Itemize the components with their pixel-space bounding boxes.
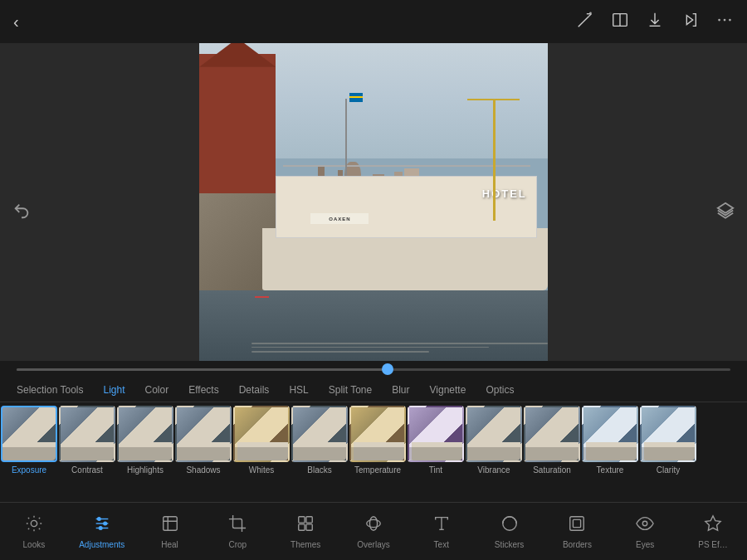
- filter-thumb-clarity: [640, 406, 696, 462]
- filter-strip: ExposureContrastHighlightsShadowsWhitesB…: [0, 402, 747, 502]
- bottom-tool-label-themes: Themes: [290, 540, 320, 549]
- filter-item-tint[interactable]: Tint: [407, 406, 465, 475]
- filter-thumb-temperature: [349, 406, 406, 462]
- bottom-tool-label-eyes: Eyes: [636, 540, 654, 549]
- svg-line-0: [579, 16, 589, 27]
- filter-label-highlights: Highlights: [127, 465, 164, 475]
- bottom-tool-label-heal: Heal: [161, 540, 178, 549]
- tab-optics[interactable]: Optics: [477, 381, 522, 399]
- tab-vignette[interactable]: Vignette: [422, 381, 475, 399]
- filter-item-shadows[interactable]: Shadows: [174, 406, 232, 475]
- tab-split-tone[interactable]: Split Tone: [320, 381, 380, 399]
- photo-display: OAXEN HOTEL: [199, 37, 548, 385]
- photo-boat-mast: [345, 99, 347, 175]
- tab-color[interactable]: Color: [137, 381, 178, 399]
- filter-thumb-whites: [233, 406, 290, 462]
- bottom-tool-heal[interactable]: Heal: [136, 508, 204, 556]
- bottom-tool-looks[interactable]: Looks: [0, 508, 68, 556]
- svg-rect-18: [306, 516, 312, 522]
- bottom-tool-text[interactable]: Text: [408, 508, 476, 556]
- svg-rect-20: [306, 523, 312, 529]
- tab-effects[interactable]: Effects: [180, 381, 227, 399]
- bottom-tool-borders[interactable]: Borders: [544, 508, 612, 556]
- filter-item-whites[interactable]: Whites: [232, 406, 290, 475]
- svg-point-16: [99, 526, 102, 529]
- bottom-tool-label-adjustments: Adjustments: [79, 540, 124, 549]
- svg-rect-19: [299, 523, 305, 529]
- bottom-toolbar: LooksAdjustmentsHealCropThemesOverlaysTe…: [0, 502, 747, 560]
- filter-thumb-contrast: [59, 406, 115, 462]
- bottom-tool-overlays[interactable]: Overlays: [339, 508, 408, 556]
- filter-item-contrast[interactable]: Contrast: [58, 406, 116, 475]
- text-icon: [432, 514, 451, 537]
- photo-boat-upper: [276, 176, 537, 239]
- filter-thumb-saturation: [524, 406, 580, 462]
- photo-boat-hotel-text: HOTEL: [482, 187, 527, 200]
- filter-item-texture[interactable]: Texture: [581, 406, 639, 475]
- progress-bar-container: [0, 361, 747, 377]
- bottom-tool-label-looks: Looks: [23, 540, 46, 549]
- top-toolbar: ‹: [0, 0, 747, 43]
- filter-thumb-vibrance: [466, 406, 522, 462]
- tab-selection-tools[interactable]: Selection Tools: [8, 381, 92, 399]
- bottom-tool-stickers[interactable]: Stickers: [476, 508, 544, 556]
- bottom-tool-label-ps-effects: PS Ef…: [698, 540, 728, 549]
- filter-label-exposure: Exposure: [12, 465, 46, 475]
- filter-item-saturation[interactable]: Saturation: [523, 406, 581, 475]
- bottom-tool-label-text: Text: [434, 540, 449, 549]
- svg-point-21: [367, 519, 381, 527]
- filter-label-vibrance: Vibrance: [477, 465, 510, 475]
- filter-item-highlights[interactable]: Highlights: [116, 406, 174, 475]
- compare-icon[interactable]: [611, 11, 629, 33]
- themes-icon: [296, 514, 315, 537]
- share-icon[interactable]: [681, 11, 699, 33]
- toolbar-left: ‹: [13, 13, 19, 30]
- filter-item-exposure[interactable]: Exposure: [0, 406, 58, 475]
- filter-label-blacks: Blacks: [307, 465, 331, 475]
- tab-bar: Selection Tools Light Color Effects Deta…: [0, 377, 747, 402]
- progress-bar-fill: [17, 368, 388, 371]
- adjustments-icon: [93, 514, 111, 537]
- bottom-tool-adjustments[interactable]: Adjustments: [68, 508, 136, 556]
- tab-light[interactable]: Light: [95, 381, 134, 399]
- layers-button[interactable]: [710, 196, 740, 226]
- photo-crane: [493, 99, 496, 221]
- bottom-tool-label-crop: Crop: [229, 540, 247, 549]
- bottom-tool-eyes[interactable]: Eyes: [611, 508, 679, 556]
- filter-item-vibrance[interactable]: Vibrance: [465, 406, 523, 475]
- filter-thumb-texture: [582, 406, 638, 462]
- toolbar-right: [576, 11, 734, 33]
- svg-point-3: [589, 12, 592, 14]
- svg-point-6: [718, 18, 720, 21]
- magic-wand-icon[interactable]: [576, 11, 594, 33]
- tab-blur[interactable]: Blur: [383, 381, 417, 399]
- bottom-tool-crop[interactable]: Crop: [203, 508, 271, 556]
- progress-bar-track[interactable]: [17, 368, 730, 371]
- svg-point-22: [369, 516, 377, 530]
- filter-label-whites: Whites: [249, 465, 275, 475]
- back-button[interactable]: ‹: [13, 13, 19, 30]
- bottom-tool-themes[interactable]: Themes: [271, 508, 339, 556]
- filter-label-clarity: Clarity: [657, 465, 680, 475]
- borders-icon: [568, 514, 586, 537]
- progress-bar-thumb[interactable]: [382, 363, 393, 375]
- bottom-tool-label-overlays: Overlays: [357, 540, 389, 549]
- svg-rect-24: [570, 516, 584, 530]
- svg-point-14: [97, 517, 100, 520]
- filter-item-clarity[interactable]: Clarity: [639, 406, 697, 475]
- filter-thumb-blacks: [291, 406, 348, 462]
- download-icon[interactable]: [646, 11, 664, 33]
- undo-button[interactable]: [7, 196, 37, 226]
- bottom-tool-ps-effects[interactable]: PS Ef…: [679, 508, 747, 556]
- filter-item-blacks[interactable]: Blacks: [290, 406, 349, 475]
- filter-label-shadows: Shadows: [186, 465, 220, 475]
- tab-hsl[interactable]: HSL: [281, 381, 316, 399]
- photo-boat-flag: [349, 93, 363, 102]
- svg-point-10: [31, 520, 37, 526]
- filter-thumb-highlights: [117, 406, 173, 462]
- tab-details[interactable]: Details: [231, 381, 278, 399]
- svg-point-15: [104, 522, 107, 525]
- heal-icon: [161, 514, 179, 537]
- more-icon[interactable]: [715, 11, 734, 33]
- filter-item-temperature[interactable]: Temperature: [349, 406, 407, 475]
